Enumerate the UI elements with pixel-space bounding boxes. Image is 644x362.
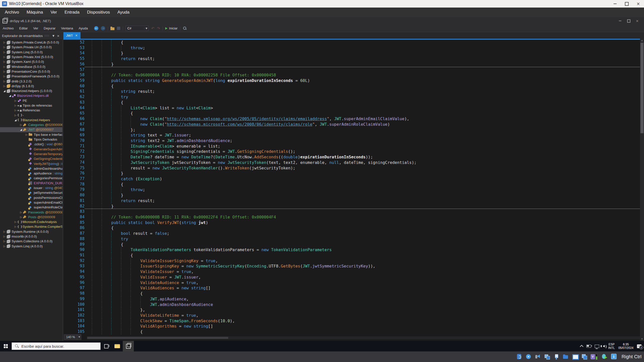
- tree-item[interactable]: categoriesPermissionsClaimValue : string: [0, 176, 62, 180]
- code-line[interactable]: 97ValidAudiences = new string[]: [63, 285, 640, 291]
- code-line[interactable]: 99JWT.apiAudience,: [63, 296, 640, 302]
- tree-expander-icon[interactable]: ◢: [3, 89, 6, 92]
- code-line[interactable]: 96ValidateAudience = true,: [63, 280, 640, 286]
- network-icon[interactable]: [544, 353, 550, 360]
- code-line[interactable]: 93IssuerSigningKey = new SymmetricSecuri…: [63, 263, 640, 269]
- code-line[interactable]: 52{: [63, 40, 640, 45]
- code-line[interactable]: 87bool result = false;: [63, 231, 640, 236]
- code-line[interactable]: 53throw;: [63, 45, 640, 51]
- open-file-icon[interactable]: [110, 27, 114, 30]
- tree-expander-icon[interactable]: ▷: [19, 216, 23, 218]
- taskbar-search-input[interactable]: Escribe aquí para buscar.: [12, 342, 101, 350]
- code-line[interactable]: 94ValidateIssuer = true,: [63, 269, 640, 275]
- tree-expander-icon[interactable]: ▷: [3, 41, 6, 44]
- tree-item[interactable]: ▷Referencias: [0, 108, 62, 113]
- tree-expander-icon[interactable]: ▷: [14, 114, 17, 117]
- tree-expander-icon[interactable]: ▷: [14, 99, 17, 102]
- code-line[interactable]: 63{: [63, 100, 640, 105]
- vertical-scrollbar-thumb[interactable]: [640, 43, 643, 133]
- optical-disc-icon[interactable]: [526, 353, 532, 360]
- code-line[interactable]: 78{: [63, 182, 640, 187]
- tree-item[interactable]: ▷System.Linq (4.0.0.0): [0, 244, 62, 248]
- tree-expander-icon[interactable]: ▷: [14, 220, 17, 223]
- tree-expander-icon[interactable]: ▷: [3, 65, 6, 68]
- code-line[interactable]: 66new Claim("http://schemas.xmlsoap.org/…: [63, 116, 640, 122]
- code-line[interactable]: 64List<Claim> list = new List<Claim>: [63, 105, 640, 111]
- start-debug-button[interactable]: Iniciar: [165, 27, 177, 30]
- vbox-menu-archivo[interactable]: Archivo: [1, 8, 23, 17]
- code-line[interactable]: 57: [63, 67, 640, 73]
- code-line[interactable]: 73DateTime? dateTime = new DateTime?(Dat…: [63, 154, 640, 160]
- panel-close-icon[interactable]: ×: [56, 34, 61, 38]
- tree-expander-icon[interactable]: ▷: [3, 46, 6, 49]
- features-icon[interactable]: [591, 353, 598, 360]
- code-line[interactable]: 76}: [63, 171, 640, 176]
- notification-center-icon[interactable]: 1: [637, 344, 641, 348]
- minimize-button[interactable]: [609, 0, 621, 8]
- tree-item[interactable]: jwtSymmetricSecurityKey : string: [0, 190, 62, 195]
- tree-expander-icon[interactable]: ▷: [3, 235, 6, 238]
- tab-jwt[interactable]: JWT ×: [63, 32, 80, 39]
- tree-expander-icon[interactable]: ▷: [3, 60, 6, 63]
- code-line[interactable]: 91{: [63, 253, 640, 258]
- display-icon[interactable]: [572, 353, 578, 360]
- code-line[interactable]: 58// Token: 0x0600000A RID: 10 RVA: 0x00…: [63, 72, 640, 78]
- code-line[interactable]: 89{: [63, 242, 640, 247]
- horizontal-scrollbar[interactable]: [87, 336, 640, 339]
- panel-menu-icon[interactable]: ▼: [51, 34, 56, 37]
- tree-item[interactable]: GenerateTemporaryJWT(long) : string: [0, 152, 62, 156]
- code-line[interactable]: 101},: [63, 307, 640, 313]
- vbox-menu-ayuda[interactable]: Ayuda: [114, 8, 133, 17]
- tree-item[interactable]: postsPermissionsClaimValue : string: [0, 195, 62, 200]
- code-line[interactable]: 60{: [63, 83, 640, 89]
- code-line[interactable]: 67new Claim("http://schemas.microsoft.co…: [63, 122, 640, 127]
- code-line[interactable]: 70string text2 = JWT.adminDashboardAudie…: [63, 138, 640, 144]
- tree-item[interactable]: ▷Tipos de referencias: [0, 103, 62, 108]
- clock[interactable]: 6:3505/07/2024: [618, 343, 633, 350]
- tree-expander-icon[interactable]: ▷: [3, 230, 6, 233]
- code-line[interactable]: 71IEnumerable<Claim> enumerable = list;: [63, 144, 640, 149]
- tree-item[interactable]: ◢Blazorized.Helpers: [0, 118, 62, 122]
- code-line[interactable]: 83: [63, 209, 640, 214]
- tree-expander-icon[interactable]: ▷: [3, 51, 6, 54]
- power-icon[interactable]: [586, 345, 591, 348]
- tree-item[interactable]: GenerateSuperAdminJWT(long) : string: [0, 147, 62, 152]
- code-line[interactable]: 92ValidateIssuerSigningKey = true,: [63, 258, 640, 264]
- tree-expander-icon[interactable]: ▷: [14, 225, 17, 228]
- code-line[interactable]: 84// Token: 0x0600000B RID: 11 RVA: 0x00…: [63, 214, 640, 220]
- code-line[interactable]: 55return result;: [63, 56, 640, 62]
- tree-expander-icon[interactable]: ▷: [3, 80, 6, 83]
- chevron-down-icon[interactable]: ▼: [144, 27, 148, 30]
- network-icon[interactable]: [595, 345, 599, 348]
- panel-grip[interactable]: [44, 35, 50, 37]
- dnspy-close-button[interactable]: ×: [633, 17, 641, 25]
- horizontal-scrollbar-thumb[interactable]: [87, 337, 228, 339]
- tree-expander-icon[interactable]: ▷: [3, 245, 6, 248]
- navigate-forward-icon[interactable]: →: [101, 26, 105, 30]
- tree-expander-icon[interactable]: ▷: [19, 211, 23, 214]
- tree-expander-icon[interactable]: ◢: [14, 119, 17, 121]
- code-line[interactable]: 69string text = JWT.issuer;: [63, 132, 640, 138]
- audio-icon[interactable]: [535, 353, 541, 360]
- tree-item[interactable]: apiAudience : string @0400: [0, 171, 62, 176]
- task-view-button[interactable]: [101, 341, 112, 351]
- tree-item[interactable]: EXPIRATION_DURATION_IN_SECONDS: [0, 181, 62, 186]
- code-line[interactable]: 65{: [63, 111, 640, 116]
- hard-disk-icon[interactable]: [516, 353, 522, 360]
- tree-expander-icon[interactable]: ▷: [3, 70, 6, 73]
- tree-item[interactable]: ▷System.Linq (5.0.0.0): [0, 50, 62, 55]
- tray-expand-icon[interactable]: [580, 345, 583, 348]
- tree-item[interactable]: ▷PresentationCore (5.0.0.0): [0, 69, 62, 74]
- ma​ximize-button[interactable]: [621, 0, 632, 8]
- tree-item[interactable]: ▷-: [0, 113, 62, 117]
- dnspy-minimize-button[interactable]: [616, 17, 624, 25]
- tree-expander-icon[interactable]: ▷: [3, 240, 6, 243]
- dnspy-restore-button[interactable]: [624, 17, 633, 25]
- tree-item[interactable]: ▷System.Runtime (4.0.0.0): [0, 229, 62, 234]
- tree-item[interactable]: ▷dnlib (3.3.2.0): [0, 79, 62, 83]
- code-line[interactable]: 77catch (Exception): [63, 176, 640, 182]
- tree-item[interactable]: ◢JWT @02000007: [0, 127, 62, 132]
- tree-item[interactable]: ▷System.Runtime.CompilerServices: [0, 224, 62, 229]
- tree-expander-icon[interactable]: ◢: [8, 94, 12, 97]
- tree-item[interactable]: Tipos Derivados: [0, 137, 62, 142]
